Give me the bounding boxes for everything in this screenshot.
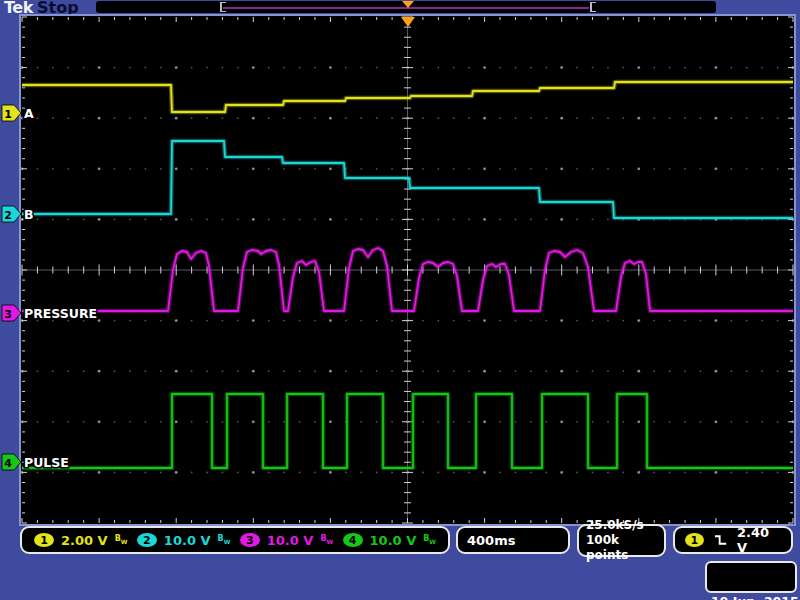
timebase-value: 400ms bbox=[467, 533, 515, 548]
channel-2-readout: 2 10.0 V BW bbox=[137, 533, 230, 548]
bandwidth-limit-icon: BW bbox=[218, 535, 231, 545]
datetime-box: 19 Jun 2015 13:41:26 bbox=[705, 561, 797, 593]
channel-3-marker-number: 3 bbox=[4, 308, 12, 321]
graticule-area bbox=[21, 16, 794, 524]
channel-3-marker bbox=[2, 305, 21, 321]
trigger-level: 2.40 V bbox=[737, 525, 781, 555]
channel-3-readout: 3 10.0 V BW bbox=[240, 533, 333, 548]
trigger-readout-box: 1 2.40 V bbox=[673, 526, 793, 554]
channel-readouts-box: 1 2.00 V BW 2 10.0 V BW 3 10.0 V BW 4 10… bbox=[20, 526, 450, 554]
channel-4-scale: 10.0 V bbox=[370, 533, 417, 548]
sample-rate: 25.0kS/s bbox=[586, 518, 644, 533]
acquisition-status: Stop bbox=[37, 0, 79, 17]
channel-1-marker-number: 1 bbox=[4, 108, 12, 121]
channel-1-marker bbox=[2, 105, 21, 121]
tek-logo: Tek bbox=[4, 0, 33, 17]
channel-2-marker-number: 2 bbox=[4, 209, 12, 222]
bandwidth-limit-icon: BW bbox=[320, 535, 333, 545]
trigger-position-icon bbox=[402, 1, 414, 8]
record-view-bar bbox=[96, 1, 716, 13]
trigger-slope-falling-icon bbox=[714, 534, 727, 546]
channel-4-marker-number: 4 bbox=[4, 457, 12, 470]
bandwidth-limit-icon: BW bbox=[423, 535, 436, 545]
channel-3-scale: 10.0 V bbox=[267, 533, 314, 548]
trigger-source-badge: 1 bbox=[685, 533, 704, 547]
channel-4-marker bbox=[2, 454, 21, 470]
acquisition-info-box: 25.0kS/s 100k points bbox=[577, 524, 666, 557]
bandwidth-limit-icon: BW bbox=[115, 535, 128, 545]
channel-2-marker bbox=[2, 206, 21, 222]
channel-1-readout: 1 2.00 V BW bbox=[34, 533, 127, 548]
channel-2-scale: 10.0 V bbox=[164, 533, 211, 548]
channel-2-badge: 2 bbox=[137, 533, 157, 547]
channel-1-scale: 2.00 V bbox=[61, 533, 108, 548]
timebase-box: 400ms bbox=[456, 526, 570, 554]
channel-3-badge: 3 bbox=[240, 533, 260, 547]
status-bar: 1 2.00 V BW 2 10.0 V BW 3 10.0 V BW 4 10… bbox=[0, 526, 800, 556]
oscilloscope-screen: Tek Stop 1A2B3PRESSURE4PULSE 1 2.00 V BW… bbox=[0, 0, 800, 600]
channel-1-badge: 1 bbox=[34, 533, 54, 547]
date-label: 19 Jun 2015 bbox=[711, 594, 795, 600]
channel-4-readout: 4 10.0 V BW bbox=[343, 533, 436, 548]
record-window-right-bracket bbox=[590, 2, 595, 12]
channel-4-badge: 4 bbox=[343, 533, 363, 547]
record-length: 100k points bbox=[586, 533, 664, 563]
